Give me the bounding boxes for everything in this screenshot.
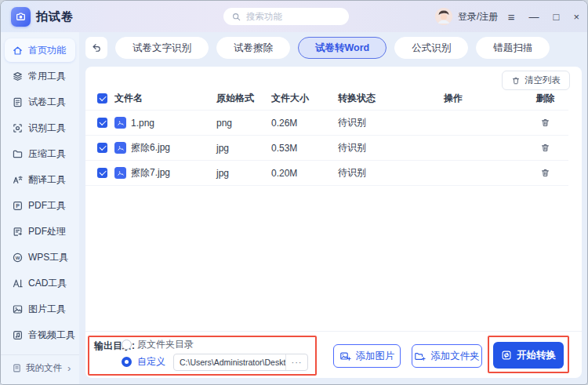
translate-icon [12,174,24,186]
file-status: 待识别 [338,116,444,129]
add-image-button[interactable]: 添加图片 [333,344,401,368]
col-header-action: 操作 [444,92,522,105]
start-convert-label: 开始转换 [517,349,556,362]
login-register-link[interactable]: 登录/注册 [458,10,498,24]
tab-formula-ocr[interactable]: 公式识别 [394,37,468,59]
scan-icon [12,122,24,134]
app-window: 拍试卷 搜索功能 登录/注册 ≡ — □ × [0,0,588,385]
col-header-format: 原始格式 [216,92,271,105]
image-icon [12,303,24,315]
sidebar-item-pdf-tools[interactable]: P PDF工具 [5,194,75,217]
sidebar-item-home[interactable]: 首页功能 [5,38,75,62]
back-button[interactable] [85,37,107,59]
undo-arrow-icon [91,42,102,53]
image-file-icon [114,117,126,129]
col-header-filename: 文件名 [114,92,216,105]
convert-icon [501,350,512,361]
sidebar-item-media-tools[interactable]: 音视频工具 [5,323,75,347]
sidebar-item-compress-tools[interactable]: 压缩工具 [5,142,75,165]
bottom-action-bar: 输出目录: 原文件夹目录 自定义 添加图片 添加文件夹 [85,331,582,378]
image-file-icon [114,167,126,179]
add-image-icon [339,350,351,362]
image-file-icon [114,142,126,154]
col-header-delete: 删除 [536,92,555,105]
search-input[interactable]: 搜索功能 [223,8,349,25]
close-button[interactable]: × [573,12,579,22]
sidebar-item-exam-tools[interactable]: 试卷工具 [5,90,75,114]
chevron-right-icon: › [67,362,71,374]
sidebar-item-my-files[interactable]: 我的文件 › [1,354,79,381]
add-folder-label: 添加文件夹 [430,350,480,363]
user-area: 登录/注册 [435,8,498,25]
window-controls: ≡ — □ × [508,1,579,32]
file-size: 0.26M [271,118,338,129]
svg-text:P: P [16,203,20,209]
file-format: png [216,118,271,129]
table-header: 文件名 原始格式 文件大小 转换状态 操作 删除 [85,87,568,111]
sidebar-item-label: 常用工具 [28,70,66,83]
sidebar-item-label: 压缩工具 [28,147,66,161]
start-convert-button[interactable]: 开始转换 [493,342,564,369]
main-panel: 清空列表 文件名 原始格式 文件大小 转换状态 操作 删除 1.png png … [85,67,582,378]
avatar[interactable] [435,8,452,25]
add-folder-icon [414,350,426,362]
file-status: 待识别 [338,141,444,154]
tab-exam-to-word[interactable]: 试卷转Word [298,37,387,59]
sidebar-item-label: CAD工具 [28,277,67,290]
sidebar-item-label: WPS工具 [28,251,68,264]
row-checkbox[interactable] [97,118,107,128]
tab-exam-erase[interactable]: 试卷擦除 [216,37,290,59]
sidebar-item-label: 音视频工具 [28,329,75,342]
sidebar-item-wps-tools[interactable]: W WPS工具 [5,245,75,269]
sidebar-item-label: PDF工具 [28,199,66,212]
row-checkbox[interactable] [97,143,107,153]
sidebar: 首页功能 常用工具 试卷工具 识别工具 压缩工具 [1,32,79,385]
sidebar-item-pdf-process[interactable]: PDF处理 [5,220,75,243]
trash-icon [511,76,521,85]
sidebar-item-cad-tools[interactable]: CAD工具 [5,271,75,295]
sidebar-item-image-tools[interactable]: 图片工具 [5,297,75,321]
app-logo-icon [11,7,31,27]
maximize-button[interactable]: □ [554,12,560,22]
output-path-value: C:\Users\Administrator\Desktop [174,358,285,367]
file-size: 0.20M [271,168,338,179]
sidebar-item-label: 图片工具 [28,303,66,316]
sidebar-item-recognition-tools[interactable]: 识别工具 [5,116,75,140]
sidebar-item-label: 首页功能 [28,44,66,57]
sidebar-item-translate-tools[interactable]: 翻译工具 [5,168,75,191]
exam-doc-icon [12,96,24,108]
row-checkbox[interactable] [97,168,107,178]
my-files-label: 我的文件 [26,362,62,374]
delete-row-button[interactable] [540,143,550,153]
select-all-checkbox[interactable] [97,93,107,104]
tab-exam-text-ocr[interactable]: 试卷文字识别 [115,37,209,59]
radio-custom-label[interactable]: 自定义 [137,355,165,369]
sidebar-item-common-tools[interactable]: 常用工具 [5,64,75,88]
file-name: 擦除6.jpg [131,141,170,154]
browse-button[interactable]: ··· [285,354,307,370]
radio-original-folder[interactable] [122,340,132,350]
minimize-button[interactable]: — [529,12,539,22]
radio-custom[interactable] [122,357,132,367]
menu-icon[interactable]: ≡ [508,11,515,23]
table-row: 1.png png 0.26M 待识别 [85,111,568,136]
radio-original-folder-label[interactable]: 原文件夹目录 [137,338,194,351]
delete-row-button[interactable] [540,118,550,128]
tab-wrong-question-scan[interactable]: 错题扫描 [476,37,550,59]
file-name: 1.png [131,118,154,129]
col-header-status: 转换状态 [338,92,444,105]
folder-icon [12,148,24,160]
pdf-icon: P [12,200,24,212]
add-folder-button[interactable]: 添加文件夹 [412,344,482,368]
sidebar-item-label: PDF处理 [28,225,66,238]
delete-row-button[interactable] [540,168,550,178]
output-path-input[interactable]: C:\Users\Administrator\Desktop ··· [173,354,308,371]
col-header-size: 文件大小 [271,92,338,105]
titlebar: 拍试卷 搜索功能 登录/注册 ≡ — □ × [1,1,588,32]
search-icon [231,12,241,22]
file-status: 待识别 [338,166,444,180]
media-icon [12,329,24,341]
table-row: 擦除7.jpg jpg 0.20M 待识别 [85,161,568,186]
file-icon [12,363,22,373]
search-placeholder: 搜索功能 [246,11,282,23]
